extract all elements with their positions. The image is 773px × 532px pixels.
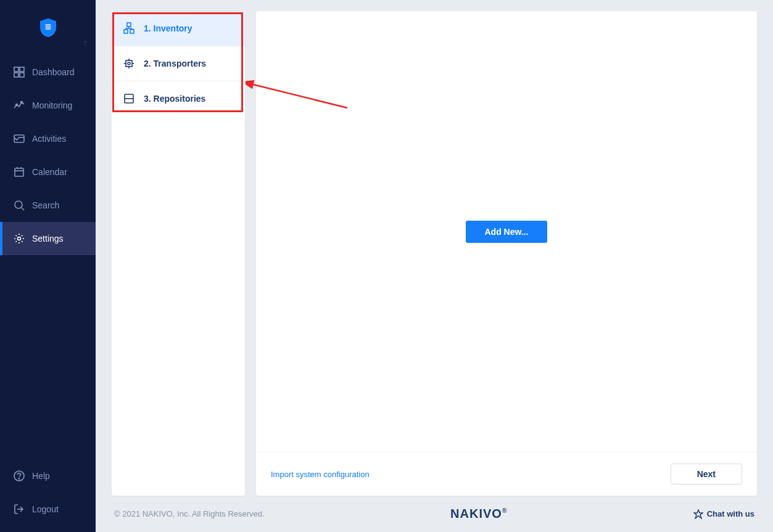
gear-icon xyxy=(14,233,25,244)
shield-icon xyxy=(40,18,56,38)
star-icon xyxy=(693,509,703,519)
transporters-icon xyxy=(123,57,135,70)
next-button[interactable]: Next xyxy=(671,464,742,485)
nav-label: Activities xyxy=(32,134,66,144)
nav-label: Logout xyxy=(32,504,59,514)
nav-search[interactable]: Search xyxy=(0,189,96,222)
logout-icon xyxy=(14,504,25,515)
nav-label: Calendar xyxy=(32,167,67,177)
nav-logout[interactable]: Logout xyxy=(0,493,96,526)
search-icon xyxy=(14,200,25,211)
import-config-link[interactable]: Import system configuration xyxy=(271,470,370,479)
nav-activities[interactable]: Activities xyxy=(0,122,96,155)
dashboard-icon xyxy=(14,67,25,78)
step-repositories[interactable]: 3. Repositories xyxy=(112,81,245,116)
svg-rect-22 xyxy=(130,30,134,33)
sidebar: ┌ Dashboard Monitoring Activities Calend… xyxy=(0,0,96,532)
svg-rect-20 xyxy=(127,23,131,27)
content-panel: Add New... Import system configuration N… xyxy=(256,11,757,496)
corner-mark: ┌ xyxy=(83,38,87,44)
chat-with-us-link[interactable]: Chat with us xyxy=(693,509,754,519)
calendar-icon xyxy=(14,166,25,178)
nav-label: Settings xyxy=(32,234,64,243)
activities-icon xyxy=(14,133,25,144)
svg-rect-6 xyxy=(20,73,24,77)
nav-monitoring[interactable]: Monitoring xyxy=(0,89,96,122)
help-icon xyxy=(14,470,25,481)
svg-marker-35 xyxy=(694,510,703,518)
monitoring-icon xyxy=(14,100,25,111)
svg-point-14 xyxy=(15,201,22,208)
svg-rect-27 xyxy=(126,60,132,67)
step-label: 3. Repositories xyxy=(144,94,205,104)
nav-calendar[interactable]: Calendar xyxy=(0,155,96,189)
nav-settings[interactable]: Settings xyxy=(0,222,96,255)
nav-label: Dashboard xyxy=(32,67,75,77)
brand-logo: NAKIVO® xyxy=(450,507,507,521)
footer: © 2021 NAKIVO, Inc. All Rights Reserved.… xyxy=(112,496,757,532)
svg-point-32 xyxy=(128,62,130,65)
step-inventory[interactable]: 1. Inventory xyxy=(112,11,245,46)
step-label: 2. Transporters xyxy=(144,59,206,68)
chat-label: Chat with us xyxy=(707,509,754,518)
repositories-icon xyxy=(123,92,135,105)
nav-label: Monitoring xyxy=(32,100,72,110)
svg-point-16 xyxy=(18,237,21,240)
nav-help[interactable]: Help xyxy=(0,459,96,493)
step-label: 1. Inventory xyxy=(144,23,192,33)
nav-label: Help xyxy=(32,471,50,481)
steps-panel: 1. Inventory 2. Transporters 3. Reposito… xyxy=(112,11,245,496)
logo-area: ┌ xyxy=(0,0,96,55)
nav-dashboard[interactable]: Dashboard xyxy=(0,55,96,89)
svg-point-18 xyxy=(19,478,19,479)
svg-rect-10 xyxy=(15,168,23,176)
step-transporters[interactable]: 2. Transporters xyxy=(112,46,245,81)
add-new-button[interactable]: Add New... xyxy=(466,221,547,243)
svg-point-8 xyxy=(21,102,23,104)
svg-line-15 xyxy=(22,208,24,210)
svg-point-7 xyxy=(16,104,18,106)
svg-rect-2 xyxy=(45,28,51,30)
svg-rect-1 xyxy=(45,27,51,28)
svg-rect-0 xyxy=(45,25,51,26)
nav-label: Search xyxy=(32,200,59,210)
svg-rect-4 xyxy=(20,67,24,72)
svg-rect-3 xyxy=(14,67,19,72)
svg-rect-21 xyxy=(124,30,128,33)
copyright: © 2021 NAKIVO, Inc. All Rights Reserved. xyxy=(114,509,265,518)
svg-rect-5 xyxy=(14,73,19,77)
inventory-icon xyxy=(123,22,135,35)
